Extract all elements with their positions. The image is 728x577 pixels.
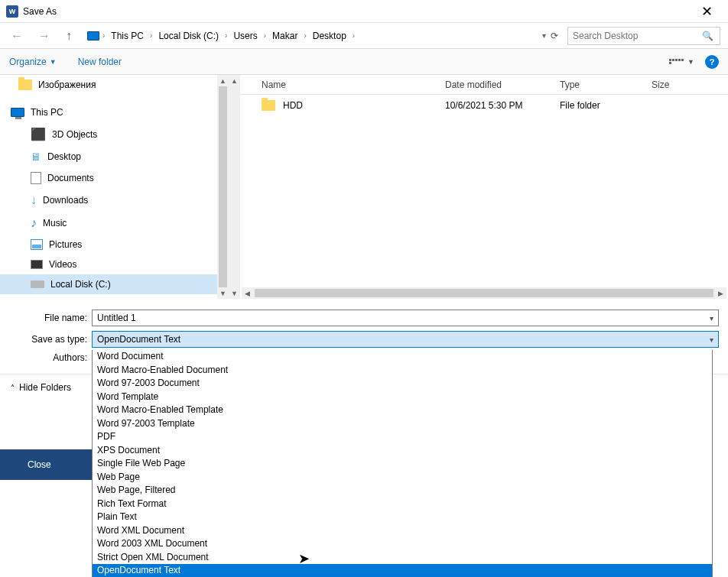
savetype-option[interactable]: OpenDocument Text [93,564,712,577]
column-headers: Name Date modified Type Size [240,75,728,95]
chevron-down-icon[interactable]: ▾ [710,314,713,323]
folder-icon [18,79,32,90]
up-button[interactable]: ↑ [63,28,75,44]
close-button[interactable]: ✕ [691,1,722,22]
column-date[interactable]: Date modified [439,79,554,90]
nav-documents[interactable]: Documents [0,167,229,189]
scroll-down-icon[interactable]: ▼ [229,287,240,299]
breadcrumb-item[interactable]: Makar [269,29,301,43]
scroll-down-icon[interactable]: ▼ [217,287,229,299]
savetype-value: OpenDocument Text [97,334,180,345]
nav-desktop[interactable]: 🖥 Desktop [0,146,229,167]
view-options-button[interactable]: ▼ [669,55,694,69]
video-icon [31,260,43,269]
chevron-right-icon: › [225,31,227,40]
breadcrumb[interactable]: › This PC › Local Disk (C:) › Users › Ma… [84,27,533,45]
filename-input[interactable]: Untitled 1 ▾ [92,310,719,326]
horizontal-scrollbar[interactable]: ◀ ▶ [242,287,726,299]
chevron-right-icon: › [150,31,152,40]
address-bar: ← → ↑ › This PC › Local Disk (C:) › User… [0,23,728,49]
savetype-option[interactable]: Word XML Document [93,524,712,538]
scroll-thumb[interactable] [219,86,227,287]
toolbar: Organize▼ New folder ▼ ? [0,49,728,75]
savetype-option[interactable]: Word 97-2003 Document [93,377,712,391]
folder-icon [262,100,275,111]
chevron-right-icon: › [264,31,266,40]
search-input[interactable]: Search Desktop 🔍 [567,27,720,45]
authors-label: Authors: [9,352,92,363]
savetype-option[interactable]: Word Document [93,350,712,364]
pictures-icon [31,239,43,250]
search-icon: 🔍 [702,31,713,41]
chevron-right-icon: › [102,31,105,40]
savetype-option[interactable]: PDF [93,430,712,444]
column-name[interactable]: Name [240,79,439,90]
savetype-option[interactable]: Rich Text Format [93,498,712,511]
nav-music[interactable]: ♪ Music [0,212,229,235]
breadcrumb-item[interactable]: Users [230,29,260,43]
splitter-scrollbar[interactable]: ▲ ▼ [229,75,240,299]
file-date: 10/6/2021 5:30 PM [439,100,554,111]
nav-scrollbar[interactable]: ▲ ▼ [217,75,229,299]
file-list: Name Date modified Type Size HDD 10/6/20… [240,75,728,299]
breadcrumb-item[interactable]: Local Disk (C:) [155,29,222,43]
nav-pictures-ru[interactable]: Изображения [0,75,229,95]
nav-label: Documents [47,173,94,183]
drive-icon [31,280,44,288]
address-dropdown-icon[interactable]: ▾ [542,31,546,40]
cube-icon: ⬛ [31,127,46,141]
nav-3d-objects[interactable]: ⬛ 3D Objects [0,122,229,146]
savetype-option[interactable]: Word 97-2003 Template [93,417,712,431]
chevron-down-icon[interactable]: ▾ [710,336,713,344]
title-bar: W Save As ✕ [0,0,728,23]
file-name: HDD [283,100,303,111]
savetype-option[interactable]: Web Page [93,471,712,485]
breadcrumb-item[interactable]: This PC [108,29,147,43]
savetype-option[interactable]: Plain Text [93,511,712,524]
scroll-up-icon[interactable]: ▲ [217,75,229,86]
forward-button[interactable]: → [35,28,54,44]
organize-button[interactable]: Organize▼ [9,57,57,67]
filename-value: Untitled 1 [97,313,136,323]
nav-local-disk-d[interactable]: Local Disk (D:) [0,294,229,299]
nav-label: 3D Objects [52,129,97,140]
nav-this-pc[interactable]: This PC [0,102,229,122]
scroll-thumb[interactable] [255,289,713,297]
view-icon [669,55,684,69]
savetype-dropdown[interactable]: Word DocumentWord Macro-Enabled Document… [92,350,713,577]
nav-local-disk-c[interactable]: Local Disk (C:) [0,274,229,294]
window-title: Save As [23,6,691,17]
nav-label: Desktop [47,151,81,162]
nav-label: Pictures [49,239,82,250]
nav-label: Изображения [38,79,96,90]
savetype-option[interactable]: Word Macro-Enabled Document [93,364,712,378]
desktop-icon: 🖥 [31,151,41,163]
close-panel[interactable]: Close [0,449,92,480]
refresh-button[interactable]: ⟳ [551,31,558,41]
nav-label: Downloads [43,195,88,206]
scroll-right-icon[interactable]: ▶ [715,290,726,297]
savetype-option[interactable]: Strict Open XML Document [93,551,712,565]
nav-pictures[interactable]: Pictures [0,235,229,254]
savetype-option[interactable]: Word Template [93,391,712,404]
savetype-option[interactable]: Word 2003 XML Document [93,537,712,551]
help-button[interactable]: ? [705,55,719,69]
breadcrumb-item[interactable]: Desktop [310,29,349,43]
back-button[interactable]: ← [8,28,26,44]
savetype-option[interactable]: Single File Web Page [93,457,712,471]
savetype-option[interactable]: XPS Document [93,444,712,458]
scroll-left-icon[interactable]: ◀ [242,290,253,297]
column-size[interactable]: Size [645,79,699,90]
nav-videos[interactable]: Videos [0,254,229,274]
close-label: Close [28,459,51,470]
nav-downloads[interactable]: ↓ Downloads [0,189,229,212]
savetype-option[interactable]: Web Page, Filtered [93,484,712,498]
savetype-option[interactable]: Word Macro-Enabled Template [93,404,712,417]
nav-label: Music [43,218,67,229]
navigation-pane[interactable]: Изображения This PC ⬛ 3D Objects 🖥 Deskt… [0,75,229,299]
savetype-select[interactable]: OpenDocument Text ▾ [92,331,719,348]
column-type[interactable]: Type [554,79,645,90]
new-folder-button[interactable]: New folder [78,57,122,67]
file-row[interactable]: HDD 10/6/2021 5:30 PM File folder [240,95,728,116]
scroll-up-icon[interactable]: ▲ [229,75,240,86]
